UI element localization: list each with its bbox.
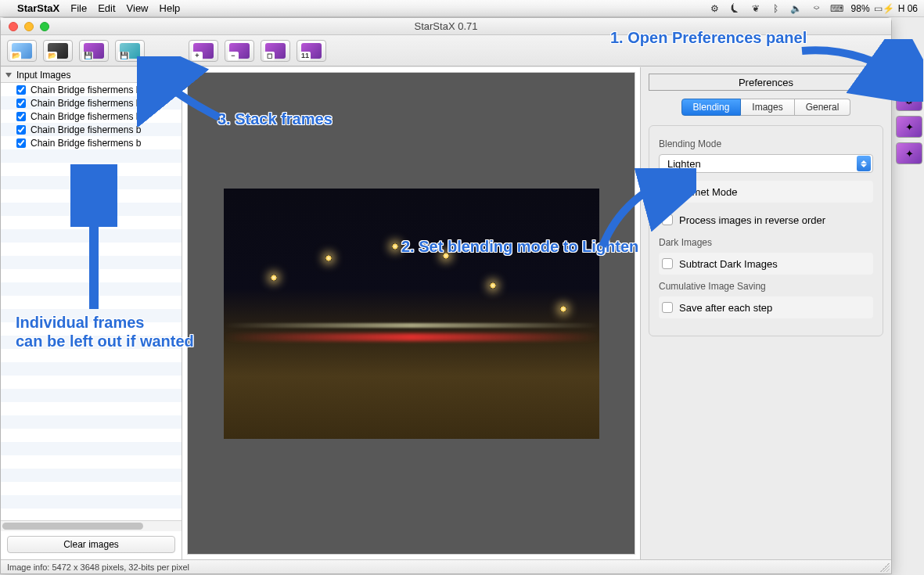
list-item[interactable]: Chain Bridge fishermens b bbox=[1, 83, 182, 96]
file-checkbox[interactable] bbox=[16, 125, 26, 135]
input-images-panel: Input Images Chain Bridge fishermens b C… bbox=[1, 67, 182, 559]
battery-percent: 98% bbox=[851, 3, 870, 14]
app-window: StarStaX 0.71 📂 📂 💾 💾 + − ◻ 11 Input Ima… bbox=[0, 17, 892, 574]
menu-view[interactable]: View bbox=[127, 2, 149, 14]
reverse-order-row[interactable]: Process images in reverse order bbox=[659, 209, 873, 231]
clear-images-button[interactable]: Clear images bbox=[7, 536, 175, 553]
resize-grip-icon[interactable] bbox=[880, 562, 890, 572]
blending-mode-select[interactable]: Lighten bbox=[659, 154, 873, 173]
dock-preferences-icon[interactable]: ⚙ bbox=[896, 89, 922, 111]
file-checkbox[interactable] bbox=[16, 85, 26, 95]
subtract-dark-row[interactable]: Subtract Dark Images bbox=[659, 253, 873, 275]
list-item[interactable]: Chain Bridge fishermens b bbox=[1, 110, 182, 123]
input-images-header[interactable]: Input Images bbox=[1, 67, 182, 83]
file-name: Chain Bridge fishermens b bbox=[31, 98, 141, 109]
file-checkbox[interactable] bbox=[16, 138, 26, 148]
chevron-updown-icon bbox=[857, 156, 871, 171]
mac-menubar: StarStaX File Edit View Help ⚙︎ ⏾ ❦ ᛒ 🔈 … bbox=[0, 0, 924, 17]
comet-mode-row[interactable]: Comet Mode bbox=[659, 181, 873, 203]
stack-add-button[interactable]: + bbox=[189, 40, 218, 62]
evernote-icon[interactable]: ❦ bbox=[750, 2, 762, 15]
file-checkbox[interactable] bbox=[16, 99, 26, 108]
save-button[interactable]: 💾 bbox=[79, 40, 109, 62]
cumulative-label: Cumulative Image Saving bbox=[659, 281, 873, 292]
toolbar: 📂 📂 💾 💾 + − ◻ 11 bbox=[1, 35, 891, 66]
tab-images[interactable]: Images bbox=[741, 99, 794, 116]
open-images-button[interactable]: 📂 bbox=[7, 40, 37, 62]
bluetooth-icon[interactable]: ᛒ bbox=[770, 2, 782, 15]
file-checkbox[interactable] bbox=[16, 112, 26, 121]
clock: H 06 bbox=[898, 3, 918, 14]
reverse-order-checkbox[interactable] bbox=[662, 214, 673, 225]
status-text: Image info: 5472 x 3648 pixels, 32-bits … bbox=[7, 562, 189, 572]
preferences-panel: Preferences Blending Images General Blen… bbox=[641, 67, 891, 559]
window-title: StarStaX 0.71 bbox=[415, 20, 478, 32]
stack-remove-button[interactable]: − bbox=[225, 40, 254, 62]
preview-frame bbox=[187, 72, 635, 555]
blending-mode-value: Lighten bbox=[667, 158, 701, 170]
tab-blending[interactable]: Blending bbox=[681, 99, 742, 116]
preferences-tabs: Blending Images General bbox=[649, 99, 883, 116]
file-name: Chain Bridge fishermens b bbox=[31, 138, 141, 149]
menubar-extra-icon[interactable]: ⚙︎ bbox=[709, 2, 721, 15]
file-name: Chain Bridge fishermens b bbox=[31, 111, 141, 122]
tab-general[interactable]: General bbox=[795, 99, 851, 116]
save-each-checkbox[interactable] bbox=[662, 302, 673, 313]
save-each-label: Save after each step bbox=[679, 302, 772, 314]
titlebar[interactable]: StarStaX 0.71 bbox=[1, 18, 891, 35]
subtract-dark-label: Subtract Dark Images bbox=[679, 258, 778, 270]
side-dock: ⚙ ✦ ✦ bbox=[894, 88, 924, 166]
horizontal-scrollbar[interactable] bbox=[1, 520, 182, 531]
preferences-title: Preferences bbox=[649, 74, 883, 91]
dark-images-label: Dark Images bbox=[659, 237, 873, 248]
menu-edit[interactable]: Edit bbox=[98, 2, 115, 14]
battery-icon[interactable]: ▭⚡ bbox=[878, 2, 890, 15]
list-item[interactable]: Chain Bridge fishermens b bbox=[1, 123, 182, 136]
menu-help[interactable]: Help bbox=[160, 2, 181, 14]
dock-tool-icon[interactable]: ✦ bbox=[896, 116, 922, 138]
dock-tool2-icon[interactable]: ✦ bbox=[896, 142, 922, 164]
file-name: Chain Bridge fishermens b bbox=[31, 124, 141, 135]
blending-mode-label: Blending Mode bbox=[659, 138, 873, 149]
input-icon[interactable]: ⌨︎ bbox=[831, 2, 843, 15]
number-button[interactable]: 11 bbox=[297, 40, 326, 62]
open-dark-button[interactable]: 📂 bbox=[43, 40, 73, 62]
save-all-button[interactable]: 💾 bbox=[115, 40, 145, 62]
list-item[interactable]: Chain Bridge fishermens b bbox=[1, 136, 182, 149]
disclosure-icon[interactable] bbox=[5, 73, 12, 77]
snooze-icon[interactable]: ⏾ bbox=[729, 2, 742, 15]
menu-file[interactable]: File bbox=[70, 2, 87, 14]
reverse-order-label: Process images in reverse order bbox=[679, 214, 825, 226]
status-bar: Image info: 5472 x 3648 pixels, 32-bits … bbox=[1, 559, 891, 573]
list-item[interactable]: Chain Bridge fishermens b bbox=[1, 96, 182, 110]
crop-button[interactable]: ◻ bbox=[261, 40, 290, 62]
preview-image bbox=[224, 189, 599, 439]
save-each-row[interactable]: Save after each step bbox=[659, 296, 873, 318]
comet-mode-checkbox[interactable] bbox=[662, 186, 673, 197]
blending-group: Blending Mode Lighten Comet Mode Process… bbox=[649, 125, 883, 336]
zoom-icon[interactable] bbox=[40, 22, 49, 31]
subtract-dark-checkbox[interactable] bbox=[662, 258, 673, 269]
app-name[interactable]: StarStaX bbox=[17, 2, 59, 14]
input-images-label: Input Images bbox=[16, 70, 70, 81]
volume-icon[interactable]: 🔈 bbox=[790, 2, 803, 15]
file-list[interactable]: Chain Bridge fishermens b Chain Bridge f… bbox=[1, 83, 182, 520]
file-name: Chain Bridge fishermens b bbox=[31, 84, 141, 95]
close-icon[interactable] bbox=[9, 22, 18, 31]
wifi-icon[interactable]: ⌔ bbox=[811, 2, 823, 15]
minimize-icon[interactable] bbox=[24, 22, 34, 31]
comet-mode-label: Comet Mode bbox=[679, 186, 737, 198]
preview-panel bbox=[182, 67, 641, 559]
